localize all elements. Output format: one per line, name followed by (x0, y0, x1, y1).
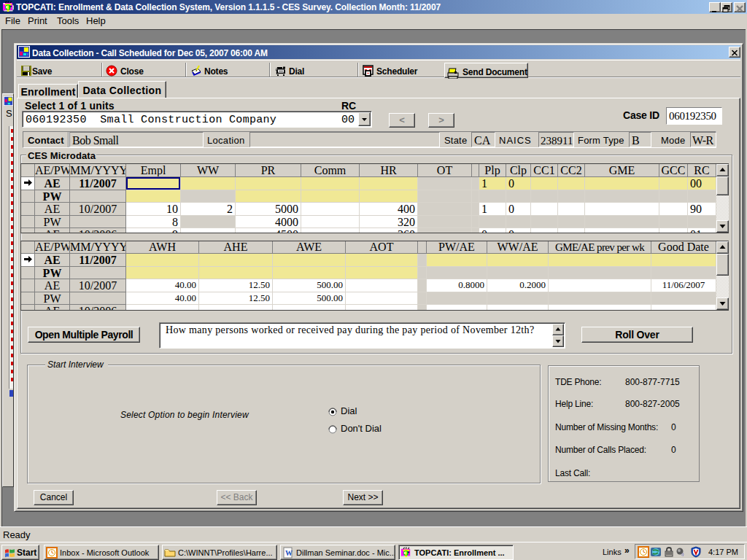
svg-text:W: W (285, 549, 293, 557)
